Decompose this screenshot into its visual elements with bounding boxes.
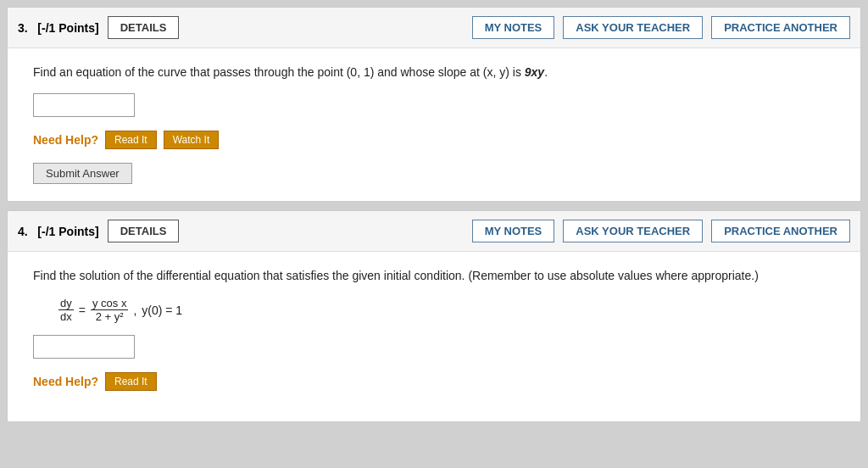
need-help-label-4: Need Help? xyxy=(33,375,98,388)
submit-button-3[interactable]: Submit Answer xyxy=(33,163,132,184)
need-help-label-3: Need Help? xyxy=(33,133,98,147)
problem-4-text: Find the solution of the differential eq… xyxy=(33,267,835,285)
problem-3-text: Find an equation of the curve that passe… xyxy=(33,64,835,81)
problem-4-body: Find the solution of the differential eq… xyxy=(8,252,860,421)
answer-input-3[interactable] xyxy=(33,93,135,117)
dy-dx-fraction: dy dx xyxy=(58,297,74,323)
problem-3-header: 3. [-/1 Points] DETAILS MY NOTES ASK YOU… xyxy=(8,8,860,48)
read-it-button-4[interactable]: Read It xyxy=(105,372,157,391)
ask-teacher-button-4[interactable]: ASK YOUR TEACHER xyxy=(563,220,703,242)
my-notes-button-3[interactable]: MY NOTES xyxy=(472,16,555,39)
problem-3: 3. [-/1 Points] DETAILS MY NOTES ASK YOU… xyxy=(7,7,861,202)
rhs-fraction: y cos x 2 + y² xyxy=(91,297,128,323)
ask-teacher-button-3[interactable]: ASK YOUR TEACHER xyxy=(563,16,703,39)
need-help-row-3: Need Help? Read It Watch It xyxy=(33,131,835,149)
my-notes-button-4[interactable]: MY NOTES xyxy=(472,220,555,242)
problem-4: 4. [-/1 Points] DETAILS MY NOTES ASK YOU… xyxy=(7,210,861,422)
practice-another-button-4[interactable]: PRACTICE ANOTHER xyxy=(711,220,850,242)
problem-4-number: 4. [-/1 Points] xyxy=(18,225,99,238)
problem-3-body: Find an equation of the curve that passe… xyxy=(8,48,860,201)
need-help-row-4: Need Help? Read It xyxy=(33,372,835,391)
read-it-button-3[interactable]: Read It xyxy=(105,131,157,149)
practice-another-button-3[interactable]: PRACTICE ANOTHER xyxy=(711,16,850,39)
details-button-4[interactable]: DETAILS xyxy=(108,220,180,242)
details-button-3[interactable]: DETAILS xyxy=(108,16,180,39)
problem-4-header: 4. [-/1 Points] DETAILS MY NOTES ASK YOU… xyxy=(8,211,860,252)
watch-it-button-3[interactable]: Watch It xyxy=(164,131,220,149)
problem-3-number: 3. [-/1 Points] xyxy=(18,21,99,35)
answer-input-4[interactable] xyxy=(33,335,135,359)
submit-row-3: Submit Answer xyxy=(33,163,835,184)
equation-block-4: dy dx = y cos x 2 + y² , y(0) = 1 xyxy=(58,297,835,323)
